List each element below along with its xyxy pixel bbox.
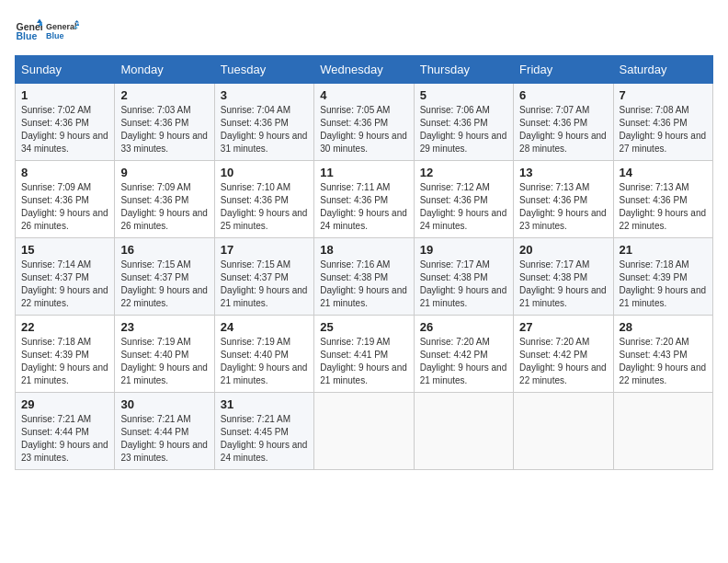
page-header: General Blue General Blue: [15, 15, 713, 48]
day-info: Sunrise: 7:13 AM Sunset: 4:36 PM Dayligh…: [519, 181, 607, 233]
calendar-cell: 17 Sunrise: 7:15 AM Sunset: 4:37 PM Dayl…: [214, 238, 313, 316]
day-number: 2: [120, 88, 208, 102]
calendar-cell: 5 Sunrise: 7:06 AM Sunset: 4:36 PM Dayli…: [414, 84, 513, 161]
day-info: Sunrise: 7:11 AM Sunset: 4:36 PM Dayligh…: [320, 181, 407, 233]
calendar-cell: 13 Sunrise: 7:13 AM Sunset: 4:36 PM Dayl…: [514, 161, 613, 238]
svg-text:General: General: [46, 22, 77, 31]
svg-marker-6: [74, 20, 79, 22]
day-number: 31: [221, 397, 308, 411]
calendar-header: SundayMondayTuesdayWednesdayThursdayFrid…: [16, 56, 713, 84]
day-number: 6: [519, 88, 607, 102]
day-info: Sunrise: 7:15 AM Sunset: 4:37 PM Dayligh…: [120, 259, 208, 310]
calendar-cell: 14 Sunrise: 7:13 AM Sunset: 4:36 PM Dayl…: [613, 161, 712, 238]
svg-text:Blue: Blue: [46, 31, 64, 40]
calendar-cell: 31 Sunrise: 7:21 AM Sunset: 4:45 PM Dayl…: [214, 393, 313, 470]
logo: General Blue General Blue: [15, 15, 79, 48]
day-info: Sunrise: 7:02 AM Sunset: 4:36 PM Dayligh…: [21, 104, 108, 155]
day-info: Sunrise: 7:13 AM Sunset: 4:36 PM Dayligh…: [620, 181, 707, 233]
calendar-cell: 9 Sunrise: 7:09 AM Sunset: 4:36 PM Dayli…: [115, 161, 214, 238]
day-info: Sunrise: 7:17 AM Sunset: 4:38 PM Dayligh…: [420, 259, 507, 310]
day-number: 23: [120, 320, 208, 334]
day-number: 9: [120, 166, 208, 179]
day-number: 29: [21, 397, 108, 411]
day-number: 8: [21, 166, 108, 179]
day-info: Sunrise: 7:09 AM Sunset: 4:36 PM Dayligh…: [120, 181, 208, 233]
calendar-cell: 19 Sunrise: 7:17 AM Sunset: 4:38 PM Dayl…: [414, 238, 513, 316]
day-number: 20: [519, 243, 607, 257]
calendar-cell: 26 Sunrise: 7:20 AM Sunset: 4:42 PM Dayl…: [414, 316, 513, 393]
day-info: Sunrise: 7:12 AM Sunset: 4:36 PM Dayligh…: [420, 181, 507, 233]
day-number: 4: [320, 88, 407, 102]
calendar-body: 1 Sunrise: 7:02 AM Sunset: 4:36 PM Dayli…: [16, 84, 713, 470]
calendar-cell: 12 Sunrise: 7:12 AM Sunset: 4:36 PM Dayl…: [414, 161, 513, 238]
day-number: 7: [620, 88, 707, 102]
day-info: Sunrise: 7:17 AM Sunset: 4:38 PM Dayligh…: [519, 259, 607, 310]
day-number: 12: [420, 166, 507, 179]
day-number: 1: [21, 88, 108, 102]
day-number: 13: [519, 166, 607, 179]
day-info: Sunrise: 7:14 AM Sunset: 4:37 PM Dayligh…: [21, 259, 108, 310]
calendar-week-2: 8 Sunrise: 7:09 AM Sunset: 4:36 PM Dayli…: [16, 161, 713, 238]
header-sunday: Sunday: [16, 56, 115, 84]
day-info: Sunrise: 7:19 AM Sunset: 4:41 PM Dayligh…: [320, 336, 407, 387]
day-number: 21: [620, 243, 707, 257]
day-number: 16: [120, 243, 208, 257]
calendar-cell: 28 Sunrise: 7:20 AM Sunset: 4:43 PM Dayl…: [613, 316, 712, 393]
day-number: 3: [221, 88, 308, 102]
day-number: 30: [120, 397, 208, 411]
calendar-cell: [613, 393, 712, 470]
day-info: Sunrise: 7:04 AM Sunset: 4:36 PM Dayligh…: [221, 104, 308, 155]
calendar-cell: 23 Sunrise: 7:19 AM Sunset: 4:40 PM Dayl…: [115, 316, 214, 393]
day-number: 24: [221, 320, 308, 334]
day-info: Sunrise: 7:05 AM Sunset: 4:36 PM Dayligh…: [320, 104, 407, 155]
calendar-cell: 27 Sunrise: 7:20 AM Sunset: 4:42 PM Dayl…: [514, 316, 613, 393]
calendar-cell: 29 Sunrise: 7:21 AM Sunset: 4:44 PM Dayl…: [16, 393, 115, 470]
day-info: Sunrise: 7:08 AM Sunset: 4:36 PM Dayligh…: [620, 104, 707, 155]
day-info: Sunrise: 7:20 AM Sunset: 4:43 PM Dayligh…: [620, 336, 707, 387]
day-info: Sunrise: 7:15 AM Sunset: 4:37 PM Dayligh…: [221, 259, 308, 310]
day-number: 25: [320, 320, 407, 334]
calendar-cell: [314, 393, 414, 470]
day-info: Sunrise: 7:18 AM Sunset: 4:39 PM Dayligh…: [21, 336, 108, 387]
calendar-cell: 25 Sunrise: 7:19 AM Sunset: 4:41 PM Dayl…: [314, 316, 414, 393]
svg-text:Blue: Blue: [17, 30, 38, 41]
calendar-cell: 6 Sunrise: 7:07 AM Sunset: 4:36 PM Dayli…: [514, 84, 613, 161]
day-number: 14: [620, 166, 707, 179]
day-info: Sunrise: 7:21 AM Sunset: 4:45 PM Dayligh…: [221, 413, 308, 465]
general-blue-logo-graphic: General Blue: [46, 15, 79, 48]
day-number: 19: [420, 243, 507, 257]
day-number: 26: [420, 320, 507, 334]
day-number: 15: [21, 243, 108, 257]
calendar-table: SundayMondayTuesdayWednesdayThursdayFrid…: [15, 55, 713, 470]
day-info: Sunrise: 7:06 AM Sunset: 4:36 PM Dayligh…: [420, 104, 507, 155]
header-tuesday: Tuesday: [214, 56, 313, 84]
calendar-cell: 30 Sunrise: 7:21 AM Sunset: 4:44 PM Dayl…: [115, 393, 214, 470]
calendar-cell: [414, 393, 513, 470]
calendar-cell: 8 Sunrise: 7:09 AM Sunset: 4:36 PM Dayli…: [16, 161, 115, 238]
calendar-cell: 10 Sunrise: 7:10 AM Sunset: 4:36 PM Dayl…: [214, 161, 313, 238]
calendar-cell: 20 Sunrise: 7:17 AM Sunset: 4:38 PM Dayl…: [514, 238, 613, 316]
calendar-cell: 7 Sunrise: 7:08 AM Sunset: 4:36 PM Dayli…: [613, 84, 712, 161]
logo-icon: General Blue: [15, 17, 42, 45]
header-saturday: Saturday: [613, 56, 712, 84]
calendar-cell: 15 Sunrise: 7:14 AM Sunset: 4:37 PM Dayl…: [16, 238, 115, 316]
calendar-week-5: 29 Sunrise: 7:21 AM Sunset: 4:44 PM Dayl…: [16, 393, 713, 470]
calendar-cell: 21 Sunrise: 7:18 AM Sunset: 4:39 PM Dayl…: [613, 238, 712, 316]
calendar-cell: 2 Sunrise: 7:03 AM Sunset: 4:36 PM Dayli…: [115, 84, 214, 161]
day-number: 28: [620, 320, 707, 334]
day-info: Sunrise: 7:19 AM Sunset: 4:40 PM Dayligh…: [120, 336, 208, 387]
calendar-cell: [514, 393, 613, 470]
day-number: 10: [221, 166, 308, 179]
header-friday: Friday: [514, 56, 613, 84]
day-info: Sunrise: 7:19 AM Sunset: 4:40 PM Dayligh…: [221, 336, 308, 387]
calendar-cell: 22 Sunrise: 7:18 AM Sunset: 4:39 PM Dayl…: [16, 316, 115, 393]
header-monday: Monday: [115, 56, 214, 84]
calendar-cell: 18 Sunrise: 7:16 AM Sunset: 4:38 PM Dayl…: [314, 238, 414, 316]
day-info: Sunrise: 7:07 AM Sunset: 4:36 PM Dayligh…: [519, 104, 607, 155]
day-number: 22: [21, 320, 108, 334]
day-info: Sunrise: 7:16 AM Sunset: 4:38 PM Dayligh…: [320, 259, 407, 310]
day-number: 5: [420, 88, 507, 102]
day-info: Sunrise: 7:18 AM Sunset: 4:39 PM Dayligh…: [620, 259, 707, 310]
day-number: 27: [519, 320, 607, 334]
day-info: Sunrise: 7:20 AM Sunset: 4:42 PM Dayligh…: [420, 336, 507, 387]
